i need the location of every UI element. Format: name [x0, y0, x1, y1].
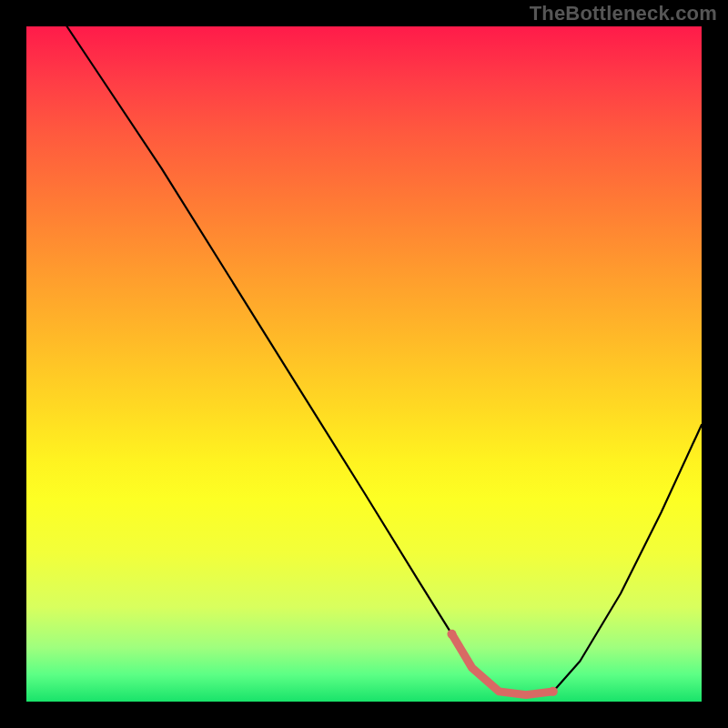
curve-main — [67, 26, 703, 695]
chart-frame: TheBottleneck.com — [0, 0, 728, 728]
curve-highlight — [452, 634, 553, 695]
plot-area — [26, 26, 702, 702]
watermark-label: TheBottleneck.com — [530, 2, 717, 25]
highlight-dot-end — [549, 687, 558, 696]
highlight-dot-start — [447, 630, 456, 639]
curve-svg — [26, 26, 702, 702]
